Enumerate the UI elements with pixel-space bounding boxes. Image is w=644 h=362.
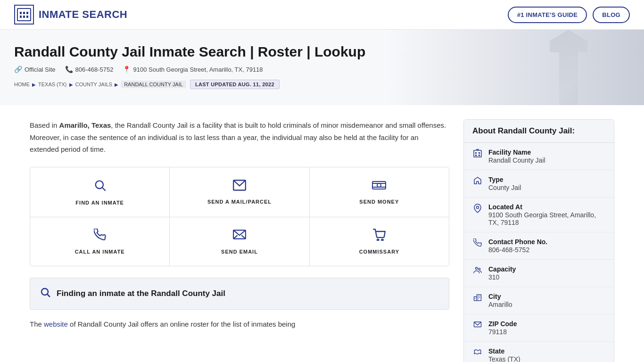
sidebar-state: State Texas (TX) xyxy=(464,342,614,362)
commissary-cell[interactable]: COMMISSARY xyxy=(310,217,449,266)
call-inmate-cell[interactable]: CALL AN INMATE xyxy=(30,217,170,266)
send-mail-cell[interactable]: SEND A MAIL/PARCEL xyxy=(170,167,309,217)
city-value: Amarillo xyxy=(488,301,605,308)
city-content: City Amarillo xyxy=(488,293,605,308)
svg-rect-22 xyxy=(475,152,477,154)
svg-point-7 xyxy=(95,181,103,188)
phone-content: Contact Phone No. 806-468-5752 xyxy=(488,238,605,254)
bottom-text: The website of Randall County Jail offer… xyxy=(30,318,449,330)
svg-rect-25 xyxy=(479,155,480,156)
send-money-icon xyxy=(372,180,386,194)
sidebar-city: City Amarillo xyxy=(464,287,614,314)
pin-icon xyxy=(472,204,483,215)
send-email-label: SEND EMAIL xyxy=(221,249,258,255)
svg-rect-23 xyxy=(479,152,480,154)
breadcrumb-sep-2: ▶ xyxy=(69,82,73,87)
phone-icon: 📞 xyxy=(65,66,73,73)
city-label: City xyxy=(488,293,605,300)
send-money-label: SEND MONEY xyxy=(359,199,399,205)
capacity-content: Capacity 310 xyxy=(488,265,605,281)
svg-rect-5 xyxy=(23,16,25,18)
facility-name-label: Facility Name xyxy=(488,148,605,156)
breadcrumb-county-jails[interactable]: COUNTY JAILS xyxy=(75,82,113,87)
inmates-guide-button[interactable]: #1 INMATE'S GUIDE xyxy=(508,7,587,23)
link-icon: 🔗 xyxy=(14,66,22,73)
last-updated-badge: LAST UPDATED AUG. 11, 2022 xyxy=(190,80,280,89)
location-content: Located At 9100 South Georgia Street, Am… xyxy=(488,203,605,226)
official-site-link[interactable]: 🔗 Official Site xyxy=(14,66,56,73)
site-logo[interactable]: INMATE SEARCH xyxy=(14,5,127,25)
send-money-cell[interactable]: SEND MONEY xyxy=(310,167,449,217)
svg-rect-37 xyxy=(479,297,480,298)
breadcrumb-bar: HOME ▶ TEXAS (TX) ▶ COUNTY JAILS ▶ RANDA… xyxy=(14,80,630,89)
svg-line-20 xyxy=(48,294,50,297)
state-icon xyxy=(472,348,483,359)
svg-rect-21 xyxy=(474,150,481,157)
svg-rect-38 xyxy=(478,298,479,299)
sidebar-header: About Randall County Jail: xyxy=(464,120,614,143)
location-bold: Amarillo, Texas xyxy=(59,121,111,129)
sidebar: About Randall County Jail: Facility xyxy=(463,119,614,362)
website-link[interactable]: website xyxy=(44,320,68,328)
main-content: Based in Amarillo, Texas, the Randall Co… xyxy=(30,119,463,362)
svg-rect-36 xyxy=(478,297,479,298)
page-title: Randall County Jail Inmate Search | Rost… xyxy=(14,44,630,60)
main-layout: Based in Amarillo, Texas, the Randall Co… xyxy=(16,105,628,362)
blog-button[interactable]: BLOG xyxy=(593,7,630,23)
svg-point-28 xyxy=(477,206,479,209)
send-email-cell[interactable]: SEND EMAIL xyxy=(170,217,309,266)
svg-rect-34 xyxy=(478,296,479,296)
svg-point-18 xyxy=(382,239,384,241)
find-section-title: Finding an inmate at the Randall County … xyxy=(57,289,225,298)
phone-value: 806-468-5752 xyxy=(488,246,605,254)
phone-sidebar-icon xyxy=(472,239,483,249)
send-mail-label: SEND A MAIL/PARCEL xyxy=(207,199,272,205)
breadcrumb: HOME ▶ TEXAS (TX) ▶ COUNTY JAILS ▶ RANDA… xyxy=(14,81,186,88)
svg-point-29 xyxy=(476,267,478,270)
svg-rect-4 xyxy=(20,16,22,18)
sidebar-location: Located At 9100 South Georgia Street, Am… xyxy=(464,197,614,232)
svg-rect-32 xyxy=(477,295,481,301)
svg-point-19 xyxy=(41,288,48,295)
type-content: Type County Jail xyxy=(488,176,605,191)
capacity-value: 310 xyxy=(488,273,605,281)
action-grid: FIND AN INMATE SEND A MAIL/PARCEL xyxy=(30,167,449,266)
svg-line-15 xyxy=(233,235,238,239)
zip-label: ZIP Code xyxy=(488,320,605,328)
capacity-label: Capacity xyxy=(488,265,605,273)
site-header: INMATE SEARCH #1 INMATE'S GUIDE BLOG xyxy=(0,0,644,30)
state-value: Texas (TX) xyxy=(488,355,605,362)
header-nav: #1 INMATE'S GUIDE BLOG xyxy=(508,7,630,23)
sidebar-facility-name: Facility Name Randall County Jail xyxy=(464,143,614,170)
svg-point-11 xyxy=(377,183,381,187)
hero-meta: 🔗 Official Site 📞 806-468-5752 📍 9100 So… xyxy=(14,66,630,73)
breadcrumb-current: RANDALL COUNTY JAIL xyxy=(121,81,186,88)
svg-rect-3 xyxy=(26,12,28,14)
svg-rect-2 xyxy=(23,12,25,14)
commissary-label: COMMISSARY xyxy=(359,249,399,255)
commissary-icon xyxy=(372,229,386,244)
sidebar-phone: Contact Phone No. 806-468-5752 xyxy=(464,232,614,260)
call-inmate-icon xyxy=(94,229,106,244)
breadcrumb-texas[interactable]: TEXAS (TX) xyxy=(38,82,67,87)
send-mail-icon xyxy=(233,180,246,194)
svg-rect-10 xyxy=(372,181,386,189)
svg-point-30 xyxy=(479,268,480,270)
action-row-1: FIND AN INMATE SEND A MAIL/PARCEL xyxy=(30,167,449,217)
phone-link[interactable]: 📞 806-468-5752 xyxy=(65,66,114,73)
logo-text: INMATE SEARCH xyxy=(39,8,127,21)
call-inmate-label: CALL AN INMATE xyxy=(75,249,125,255)
svg-rect-0 xyxy=(17,8,31,21)
facility-name-content: Facility Name Randall County Jail xyxy=(488,148,605,164)
breadcrumb-home[interactable]: HOME xyxy=(14,82,30,87)
action-row-2: CALL AN INMATE SEND EMAIL xyxy=(30,217,449,266)
breadcrumb-sep-3: ▶ xyxy=(115,82,118,87)
find-inmate-icon xyxy=(93,179,107,195)
facility-name-value: Randall County Jail xyxy=(488,156,605,164)
location-icon: 📍 xyxy=(123,66,131,73)
find-inmate-cell[interactable]: FIND AN INMATE xyxy=(30,167,170,217)
svg-line-16 xyxy=(241,235,246,239)
intro-paragraph: Based in Amarillo, Texas, the Randall Co… xyxy=(30,119,449,156)
find-inmate-label: FIND AN INMATE xyxy=(75,200,124,206)
svg-rect-6 xyxy=(26,16,28,18)
